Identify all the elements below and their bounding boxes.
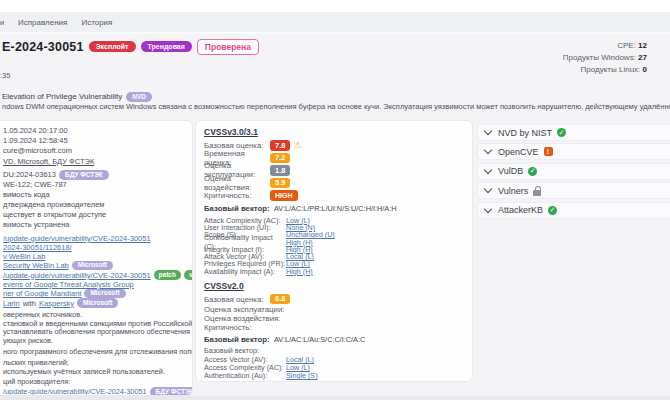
bdu-fstec-badge: БДУ ФСТЭК	[59, 170, 109, 180]
cvss3-severity-row: Критичность: HIGH	[204, 189, 464, 202]
check-icon: ✓	[528, 167, 537, 176]
score-badge: 7.2	[270, 153, 290, 164]
cvss2-severity-label: Критичность:	[204, 323, 464, 332]
cvss2-vector-row: Базовый вектор: AV:L/AC:L/Au:S/C:C/I:C/A…	[204, 333, 464, 345]
reference-link[interactable]: ner of Google Mandiant	[3, 289, 81, 298]
sources-link[interactable]: VD, Microsoft, БДУ ФСТЭК	[3, 157, 188, 167]
source-accordion-vulners[interactable]: Vulners	[477, 182, 670, 199]
warning-icon: ⚠	[293, 141, 301, 150]
cvss3-impact-row: Оценка воздействия: 5.9	[204, 177, 464, 190]
chevron-down-icon	[484, 204, 492, 212]
cvss3-vector: AV:L/AC:L/PR:L/UI:N/S:U/C:H/I:H/A:H	[274, 204, 396, 213]
advisory-line: ующих рисков.	[3, 337, 188, 346]
timestamp-fragment: :35	[0, 71, 10, 80]
tab-cutoff[interactable]: ия	[0, 18, 4, 27]
flag-line: вимость устранена	[3, 220, 188, 230]
flag-line: дтверждена производителем	[3, 200, 188, 210]
top-strip	[0, 0, 670, 12]
id-block: DU:2024-03613 БДУ ФСТЭК WE-122; CWE-787 …	[3, 170, 188, 230]
date-modified: 1.09.2024 12:58:45	[3, 136, 188, 146]
metric-value-link[interactable]: High (H)	[286, 267, 313, 276]
cvss2-exploitability-label: Оценка эксплуатации:	[204, 305, 464, 314]
vulnerability-name: Elevation of Privilege Vulnerability	[2, 92, 122, 101]
cvss2-metrics: Access Vector (AV):Local (L) Access Comp…	[204, 356, 464, 382]
footer-band	[0, 396, 670, 400]
microsoft-badge: Microsoft	[77, 298, 118, 308]
advisory-line: используемых учётных записей пользовател…	[3, 368, 188, 377]
microsoft-badge: Microsoft	[72, 261, 113, 271]
check-icon: ✓	[557, 128, 566, 137]
score-badge: 5.9	[270, 178, 290, 189]
vendor-advisory-link[interactable]: /update-guide/vulnerability/CVE-2024-300…	[3, 388, 147, 396]
source-accordion-attackerkb[interactable]: AttackerKB ✓	[477, 202, 670, 219]
reference-link[interactable]: /update-guide/vulnerability/CVE-2024-300…	[3, 234, 151, 243]
cvss-card: CVSSv3.0/3.1 Базовая оценка: 7.8 ⚠ Време…	[195, 120, 473, 382]
reference-link[interactable]: evens of Google Threat Analysis Group	[3, 280, 134, 289]
meta-block: 1.05.2024 20:17:00 1.09.2024 12:58:45 cu…	[3, 126, 188, 167]
chevron-down-icon	[484, 185, 492, 193]
microsoft-badge: Microsoft	[84, 289, 125, 299]
source-accordion-vuldb[interactable]: VulDB ✓	[477, 163, 670, 180]
details-card: 1.05.2024 20:17:00 1.09.2024 12:58:45 cu…	[0, 120, 193, 396]
chevron-down-icon	[484, 165, 492, 173]
cwe-ids: WE-122; CWE-787	[3, 180, 188, 190]
bdu-fstec-badge: БДУ ФСТЭК	[150, 387, 193, 396]
flag-line: вимость кода	[3, 190, 188, 200]
patch-badge: patch	[154, 270, 181, 280]
metric-value-link[interactable]: Complete (C)	[286, 379, 329, 382]
tab-fixes[interactable]: Исправления	[18, 18, 67, 27]
researcher-link[interactable]: Larin	[3, 299, 20, 308]
cvss3-heading: CVSSv3.0/3.1	[204, 127, 464, 137]
advisory-line: ций производителя:	[3, 378, 188, 387]
reference-link[interactable]: v WeBin Lab	[3, 252, 45, 261]
references-block: /update-guide/vulnerability/CVE-2024-300…	[3, 234, 188, 308]
score-badge: 6.8	[270, 294, 290, 305]
product-stats: CPE: 12 Продукты Windows: 27 Продукты Li…	[563, 40, 647, 76]
tab-bar: ия Исправления История	[0, 12, 670, 34]
vendor-advisory-badge: vendor advisory	[184, 270, 193, 280]
verified-badge: Проверена	[197, 39, 259, 55]
credit-row: Larin with Kaspersky Microsoft	[3, 298, 188, 308]
cvss2-impact-label: Оценка воздействия:	[204, 314, 464, 323]
vulnerability-detail-page: ия Исправления История E-2024-30051 Эксп…	[0, 0, 670, 400]
page-title: E-2024-30051	[2, 40, 84, 54]
trending-badge: Трендовая	[141, 41, 192, 52]
score-badge: 1.8	[270, 165, 290, 176]
advisory-text-block: оверенных источников. становкой и введен…	[3, 311, 188, 396]
bdu-id-row: DU:2024-03613 БДУ ФСТЭК	[3, 170, 188, 180]
stat-linux: Продукты Linux: 0	[563, 64, 647, 76]
check-icon: ✓	[548, 206, 557, 215]
contact-email: cure@microsoft.com	[3, 146, 188, 156]
chevron-down-icon	[484, 146, 492, 154]
alert-icon: !	[544, 147, 553, 156]
severity-badge: HIGH	[270, 190, 298, 201]
cvss3-vector-row: Базовый вектор: AV:L/AC:L/PR:L/UI:N/S:U/…	[204, 203, 464, 215]
stat-windows: Продукты Windows: 27	[563, 52, 647, 64]
source-accordion-nvd[interactable]: NVD by NIST ✓	[477, 124, 670, 141]
advisory-line: ного программного обеспечения для отслеж…	[3, 348, 188, 357]
credit-text: with	[23, 299, 36, 308]
cvss2-vector: AV:L/AC:L/Au:S/C:C/I:C/A:C	[274, 335, 365, 344]
date-published: 1.05.2024 20:17:00	[3, 126, 188, 136]
cvss2-heading: CVSSv2.0	[204, 281, 464, 291]
flag-line: ществует в открытом доступе	[3, 210, 188, 220]
chevron-down-icon	[484, 127, 492, 135]
lock-icon	[533, 186, 541, 196]
reference-link[interactable]: /update-guide/vulnerability/CVE-2024-300…	[3, 271, 151, 280]
description-row: ndows DWM операционных систем Windows св…	[2, 102, 670, 112]
cvss3-metrics: Attack Complexity (AC):Low (L) User Inte…	[204, 217, 464, 275]
score-badge: 7.8	[270, 140, 290, 151]
vulnerability-name-row: Elevation of Privilege Vulnerability NVD	[2, 92, 152, 102]
cvss2-base-score-row: Базовая оценка: 6.8	[204, 293, 464, 306]
reference-link[interactable]: 2024-30051/112618/	[3, 243, 72, 252]
vendor-link[interactable]: Kaspersky	[39, 299, 74, 308]
bdu-id: DU:2024-03613	[3, 170, 56, 180]
tab-history[interactable]: История	[81, 18, 112, 27]
source-accordion-opencve[interactable]: OpenCVE !	[477, 143, 670, 160]
exploit-badge: Эксплойт	[89, 41, 136, 52]
stat-cpe: CPE: 12	[563, 40, 647, 52]
title-row: E-2024-30051 Эксплойт Трендовая Проверен…	[2, 39, 259, 55]
reference-link[interactable]: Security WeBin Lab	[3, 261, 69, 270]
description-text: ndows DWM операционных систем Windows св…	[2, 102, 670, 111]
nvd-badge: NVD	[126, 92, 152, 102]
